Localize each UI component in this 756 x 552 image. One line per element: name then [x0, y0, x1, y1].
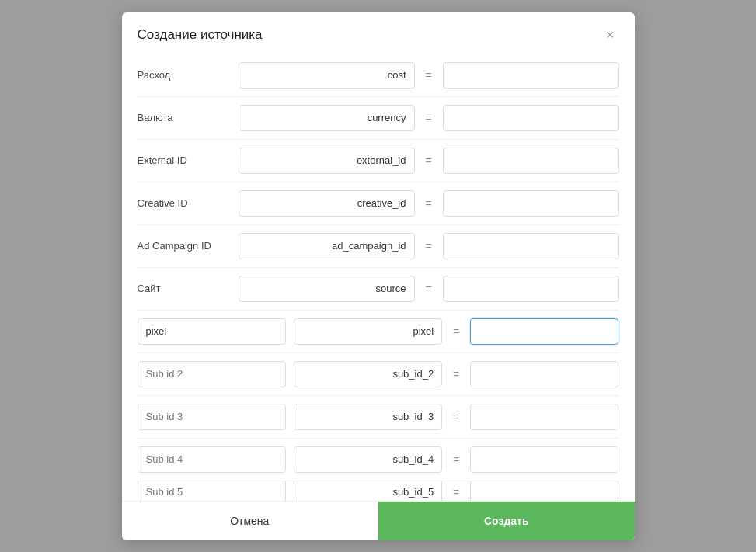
equals-sajt: =: [423, 283, 435, 295]
row-sajt: Сайт =: [138, 268, 619, 311]
label-creative-id: Creative ID: [138, 197, 231, 209]
label-raskhod: Расход: [138, 69, 231, 81]
left-input-sub-id-5[interactable]: [294, 481, 442, 501]
row-sub-id-4: =: [138, 439, 619, 481]
left-input-external-id[interactable]: [239, 148, 415, 174]
equals-valuta: =: [423, 112, 435, 124]
left-input-ad-campaign-id[interactable]: [239, 233, 415, 259]
right-input-sub-id-3[interactable]: [470, 404, 618, 430]
left-label-input-pixel[interactable]: [138, 318, 286, 345]
left-input-creative-id[interactable]: [239, 190, 415, 217]
equals-sub-id-3: =: [450, 411, 462, 423]
left-input-raskhod[interactable]: [239, 62, 415, 89]
left-label-input-sub-id-2[interactable]: [138, 361, 286, 387]
dialog: Создание источника × Расход = Валюта = E…: [122, 12, 635, 540]
create-button[interactable]: Создать: [378, 502, 635, 540]
equals-raskhod: =: [423, 69, 435, 82]
equals-sub-id-2: =: [450, 368, 462, 380]
left-input-sub-id-4[interactable]: [294, 446, 442, 473]
row-external-id: External ID =: [138, 140, 619, 182]
left-input-sub-id-3[interactable]: [294, 404, 442, 430]
row-pixel: =: [138, 311, 619, 353]
label-sajt: Сайт: [138, 283, 231, 294]
label-valuta: Валюта: [138, 112, 231, 123]
left-input-pixel[interactable]: [294, 318, 442, 345]
right-input-external-id[interactable]: [443, 148, 619, 174]
equals-sub-id-5: =: [450, 486, 462, 498]
left-input-sajt[interactable]: [239, 276, 415, 302]
right-input-creative-id[interactable]: [443, 190, 619, 217]
row-ad-campaign-id: Ad Campaign ID =: [138, 225, 619, 268]
row-sub-id-3: =: [138, 396, 619, 439]
dialog-title: Создание источника: [138, 27, 263, 43]
left-label-input-sub-id-5[interactable]: [138, 481, 286, 501]
dialog-header: Создание источника ×: [122, 12, 635, 54]
left-input-valuta[interactable]: [239, 105, 415, 131]
equals-external-id: =: [423, 154, 435, 167]
equals-ad-campaign-id: =: [423, 240, 435, 252]
right-input-sub-id-5[interactable]: [470, 481, 618, 501]
row-raskhod: Расход =: [138, 54, 619, 97]
row-valuta: Валюта =: [138, 97, 619, 140]
right-input-raskhod[interactable]: [443, 62, 619, 89]
right-input-sub-id-4[interactable]: [470, 446, 618, 473]
row-creative-id: Creative ID =: [138, 182, 619, 225]
right-input-sajt[interactable]: [443, 276, 619, 302]
dialog-footer: Отмена Создать: [122, 501, 635, 540]
right-input-valuta[interactable]: [443, 105, 619, 131]
label-external-id: External ID: [138, 154, 231, 166]
left-input-sub-id-2[interactable]: [294, 361, 442, 387]
right-input-sub-id-2[interactable]: [470, 361, 618, 387]
label-ad-campaign-id: Ad Campaign ID: [138, 240, 231, 252]
row-sub-id-5: =: [138, 481, 619, 501]
equals-pixel: =: [450, 325, 462, 338]
close-button[interactable]: ×: [601, 26, 619, 43]
row-sub-id-2: =: [138, 353, 619, 396]
equals-sub-id-4: =: [450, 453, 462, 466]
right-input-pixel[interactable]: [470, 318, 618, 345]
dialog-overlay: Создание источника × Расход = Валюта = E…: [0, 0, 756, 552]
equals-creative-id: =: [423, 197, 435, 210]
cancel-button[interactable]: Отмена: [122, 502, 379, 540]
left-label-input-sub-id-3[interactable]: [138, 404, 286, 430]
dialog-body: Расход = Валюта = External ID =: [122, 54, 635, 501]
right-input-ad-campaign-id[interactable]: [443, 233, 619, 259]
left-label-input-sub-id-4[interactable]: [138, 446, 286, 473]
